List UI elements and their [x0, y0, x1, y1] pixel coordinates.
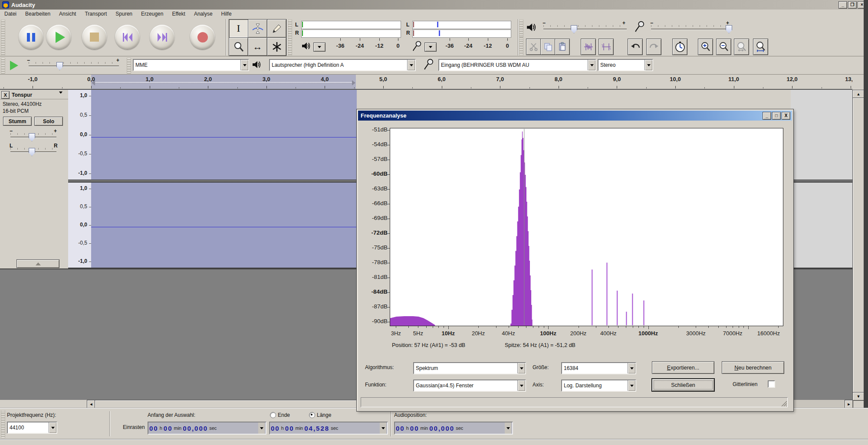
audio-position-field[interactable]: 00h00min00,000sec: [394, 422, 513, 435]
zoom-out-button[interactable]: [716, 39, 731, 55]
fit-selection-button[interactable]: [734, 39, 749, 55]
record-button[interactable]: [190, 25, 215, 49]
stop-button[interactable]: [82, 25, 107, 49]
copy-button[interactable]: [540, 39, 556, 55]
vscroll-thumb[interactable]: [852, 98, 865, 393]
track-area-unselected-left-channel[interactable]: [791, 90, 852, 180]
menu-analyse[interactable]: Analyse: [190, 10, 217, 18]
hscroll-right-arrow[interactable]: ►: [845, 400, 853, 409]
input-device-select[interactable]: Eingang (BEHRINGER USB WDM AU: [438, 59, 596, 71]
playback-meter-bar-R[interactable]: [301, 29, 401, 38]
project-rate-select[interactable]: 44100: [7, 422, 57, 434]
paste-button[interactable]: [555, 39, 570, 55]
playback-meter-dropdown[interactable]: [313, 43, 326, 52]
vertical-scrollbar[interactable]: ▲ ▼: [852, 90, 864, 400]
redo-button[interactable]: [646, 39, 661, 55]
input-device-dropdown-icon[interactable]: [588, 60, 595, 70]
undo-button[interactable]: [628, 39, 643, 55]
function-dropdown-icon[interactable]: [517, 380, 525, 391]
menu-transport[interactable]: Transport: [80, 10, 111, 18]
recalculate-button[interactable]: Neu berechnen: [722, 361, 784, 374]
solo-button[interactable]: Solo: [34, 117, 63, 126]
transport-toolbar-grip[interactable]: [1, 20, 5, 56]
record-meter-bar-R[interactable]: [412, 29, 511, 38]
track-name-label[interactable]: Tonspur: [12, 92, 32, 98]
skip-to-start-button[interactable]: [115, 25, 140, 49]
menu-hilfe[interactable]: Hilfe: [217, 10, 236, 18]
gridlines-checkbox[interactable]: [768, 380, 775, 388]
algorithm-select[interactable]: Spektrum: [413, 362, 526, 374]
restore-button[interactable]: ❐: [848, 1, 857, 9]
input-channels-dropdown-icon[interactable]: [644, 60, 652, 70]
multi-tool-button[interactable]: [267, 37, 286, 56]
mixer-output-slider[interactable]: [543, 29, 627, 29]
time-field-dropdown-icon[interactable]: [380, 422, 386, 434]
time-shift-tool-button[interactable]: ↔: [248, 37, 267, 56]
silence-selection-button[interactable]: [598, 39, 614, 55]
export-button[interactable]: Exportieren...: [652, 361, 714, 374]
vscroll-down-arrow[interactable]: ▼: [852, 392, 865, 401]
play-at-speed-button[interactable]: [7, 59, 21, 72]
size-dropdown-icon[interactable]: [628, 363, 635, 373]
draw-tool-button[interactable]: [267, 19, 286, 38]
menu-erzeugen[interactable]: Erzeugen: [137, 10, 168, 18]
mixer-input-slider[interactable]: [651, 29, 731, 29]
axis-select[interactable]: Log. Darstellung: [561, 380, 636, 392]
dialog-close-button[interactable]: X: [782, 112, 790, 120]
menu-ansicht[interactable]: Ansicht: [55, 10, 80, 18]
gain-slider-thumb[interactable]: [29, 133, 35, 141]
output-device-dropdown-icon[interactable]: [407, 60, 415, 70]
timer-record-button[interactable]: [672, 39, 687, 55]
algorithm-dropdown-icon[interactable]: [517, 363, 525, 373]
axis-dropdown-icon[interactable]: [628, 380, 635, 391]
menu-spuren[interactable]: Spuren: [111, 10, 137, 18]
zoom-tool-button[interactable]: [229, 37, 248, 56]
function-select[interactable]: Gaussian(a=4.5) Fenster: [413, 380, 526, 392]
transcription-toolbar-grip[interactable]: [1, 58, 5, 74]
selection-toolbar-grip[interactable]: [1, 410, 5, 438]
track-close-button[interactable]: X: [1, 91, 10, 99]
menu-bearbeiten[interactable]: Bearbeiten: [21, 10, 55, 18]
dialog-maximize-button[interactable]: □: [772, 112, 781, 120]
dialog-minimize-button[interactable]: _: [763, 112, 771, 120]
play-button[interactable]: [46, 25, 71, 49]
spectrum-plot[interactable]: [390, 128, 783, 326]
skip-to-end-button[interactable]: [150, 25, 174, 49]
track-area-unselected-right-channel[interactable]: [791, 183, 852, 268]
hscroll-left-arrow[interactable]: ◄: [87, 400, 95, 409]
selection-start-field[interactable]: 00h00min00,000sec: [148, 422, 266, 435]
size-select[interactable]: 16384: [561, 362, 636, 374]
cut-button[interactable]: [526, 39, 541, 55]
record-meter-bar-L[interactable]: [412, 21, 511, 29]
minimize-button[interactable]: _: [838, 1, 847, 9]
trim-outside-selection-button[interactable]: [581, 39, 596, 55]
audio-host-dropdown-icon[interactable]: [240, 60, 248, 70]
record-meter-dropdown[interactable]: [424, 43, 437, 52]
envelope-tool-button[interactable]: [248, 19, 267, 38]
close-dialog-button[interactable]: Schließen: [652, 379, 714, 391]
dialog-resize-grip[interactable]: [781, 400, 787, 406]
audio-host-select[interactable]: MME: [133, 59, 249, 71]
device-toolbar-grip[interactable]: [127, 58, 131, 74]
time-field-dropdown-icon[interactable]: [258, 422, 265, 434]
waveform-channel-left[interactable]: [91, 90, 357, 180]
speed-slider[interactable]: [29, 65, 119, 66]
pause-button[interactable]: [19, 25, 43, 49]
playback-meter-bar-L[interactable]: [301, 21, 401, 29]
meter-toolbar-grip[interactable]: [288, 20, 292, 56]
time-field-dropdown-icon[interactable]: [505, 422, 511, 434]
project-rate-dropdown-icon[interactable]: [49, 422, 56, 433]
mixer-toolbar-grip[interactable]: [519, 20, 523, 38]
output-device-select[interactable]: Lautsprecher (High Definition A: [269, 59, 416, 71]
edit-toolbar-grip[interactable]: [519, 38, 523, 56]
input-channels-select[interactable]: Stereo: [598, 59, 653, 71]
timeline-ruler[interactable]: -1,00,01,02,03,04,05,06,07,08,09,010,011…: [0, 75, 864, 90]
menu-effekt[interactable]: Effekt: [168, 10, 189, 18]
track-vertical-ruler[interactable]: 1,00,50,0-0,5-1,01,00,50,0-0,5-1,0: [68, 90, 92, 268]
pan-slider-thumb[interactable]: [29, 148, 35, 156]
fit-project-button[interactable]: [753, 39, 768, 55]
waveform-channel-right[interactable]: [91, 183, 357, 268]
zoom-in-button[interactable]: [698, 39, 713, 55]
menu-datei[interactable]: Datei: [0, 10, 21, 18]
track-collapse-button[interactable]: [16, 259, 59, 268]
